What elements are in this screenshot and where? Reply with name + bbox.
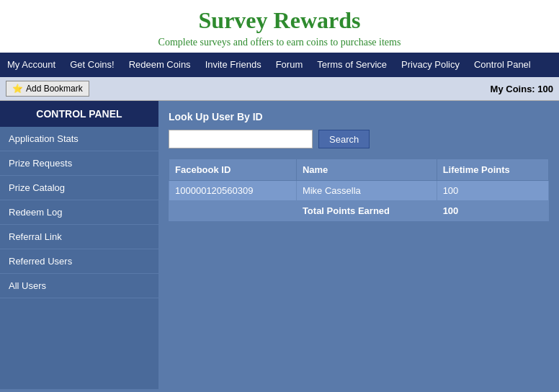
nav-forum[interactable]: Forum (269, 53, 310, 77)
sidebar: CONTROL PANEL Application Stats Prize Re… (0, 101, 158, 389)
navbar: My Account Get Coins! Redeem Coins Invit… (0, 53, 559, 77)
search-button[interactable]: Search (318, 130, 370, 148)
result-table: Facebook ID Name Lifetime Points 1000001… (169, 159, 549, 221)
sidebar-item-all-users[interactable]: All Users (0, 274, 158, 298)
main-container: CONTROL PANEL Application Stats Prize Re… (0, 101, 559, 389)
sidebar-item-redeem-log[interactable]: Redeem Log (0, 200, 158, 225)
header: Survey Rewards Complete surveys and offe… (0, 0, 559, 53)
col-header-lifetime-points: Lifetime Points (437, 159, 548, 181)
col-header-name: Name (296, 159, 437, 181)
footer-area (0, 389, 559, 392)
user-id-input[interactable] (169, 130, 313, 148)
site-subtitle: Complete surveys and offers to earn coin… (0, 37, 559, 48)
nav-my-account[interactable]: My Account (0, 53, 63, 77)
bookmark-bar: ⭐ Add Bookmark My Coins: 100 (0, 77, 559, 101)
bookmark-icon: ⭐ (12, 84, 23, 94)
total-label: Total Points Earned (296, 201, 437, 221)
sidebar-item-prize-requests[interactable]: Prize Requests (0, 151, 158, 176)
site-title: Survey Rewards (0, 7, 559, 34)
content-panel: Look Up User By ID Search Facebook ID Na… (158, 101, 559, 389)
nav-privacy-policy[interactable]: Privacy Policy (394, 53, 467, 77)
my-coins-label: My Coins: 100 (491, 84, 553, 94)
nav-get-coins[interactable]: Get Coins! (63, 53, 121, 77)
total-value: 100 (437, 201, 548, 221)
nav-control-panel[interactable]: Control Panel (467, 53, 538, 77)
sidebar-item-referral-link[interactable]: Referral Link (0, 225, 158, 249)
cell-points: 100 (437, 181, 548, 201)
sidebar-item-prize-catalog[interactable]: Prize Catalog (0, 176, 158, 200)
sidebar-item-application-stats[interactable]: Application Stats (0, 127, 158, 151)
cell-facebook-id: 100000120560309 (169, 181, 297, 201)
nav-invite-friends[interactable]: Invite Friends (198, 53, 269, 77)
col-header-facebook-id: Facebook ID (169, 159, 297, 181)
cell-name: Mike Cassella (296, 181, 437, 201)
total-row: Total Points Earned 100 (169, 201, 549, 221)
lookup-row: Search (169, 130, 549, 148)
total-empty-1 (169, 201, 297, 221)
sidebar-item-referred-users[interactable]: Referred Users (0, 249, 158, 274)
nav-redeem-coins[interactable]: Redeem Coins (122, 53, 198, 77)
lookup-title: Look Up User By ID (169, 111, 549, 122)
sidebar-title: CONTROL PANEL (0, 101, 158, 127)
nav-terms-of-service[interactable]: Terms of Service (310, 53, 394, 77)
add-bookmark-button[interactable]: ⭐ Add Bookmark (6, 81, 89, 97)
table-row: 100000120560309 Mike Cassella 100 (169, 181, 549, 201)
